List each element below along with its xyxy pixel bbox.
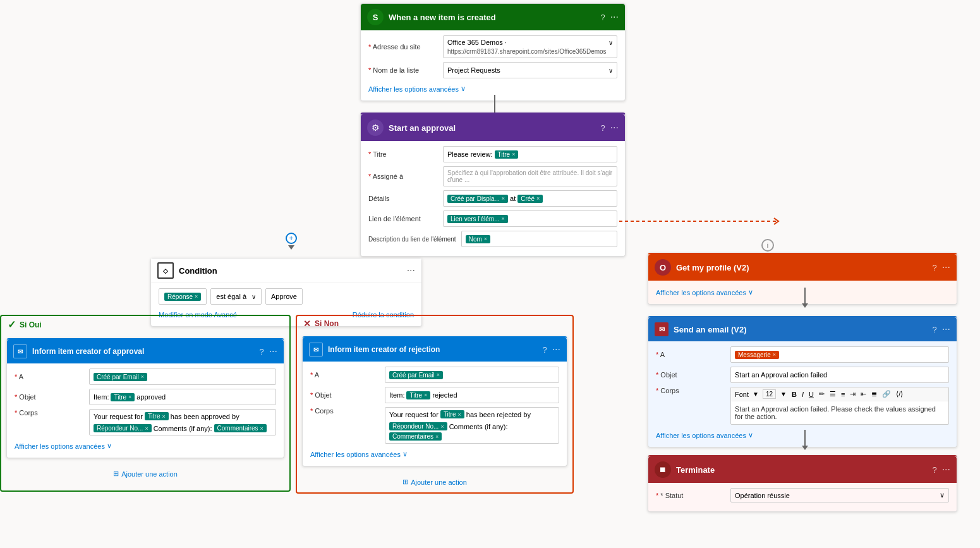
inform-approval-menu-icon[interactable]: ··· <box>269 346 277 356</box>
link-icon[interactable]: 🔗 <box>882 390 891 398</box>
more-icon[interactable]: ⟨/⟩ <box>896 390 903 398</box>
approval-desc-input[interactable]: Nom × <box>461 231 617 247</box>
condition-value[interactable]: Approve <box>265 288 303 305</box>
plus-button[interactable]: + <box>286 233 297 244</box>
pencil-icon[interactable]: ✏ <box>819 390 825 398</box>
italic-button[interactable]: I <box>802 391 804 398</box>
add-action-yes-button[interactable]: ⊞ Ajouter une action <box>113 470 178 478</box>
approval-email-corps-field: Corps Your request for Titre × has been … <box>15 409 276 435</box>
approval-icon: ⚙ <box>367 119 384 136</box>
send-email-card: ✉ Send an email (V2) ? ··· A Messagerie … <box>648 316 957 448</box>
inform-approval-help-icon[interactable]: ? <box>259 347 263 356</box>
indent-icon[interactable]: ⇥ <box>850 390 856 398</box>
approval-title: Start an approval <box>389 123 595 133</box>
x-icon: ✕ <box>303 319 311 329</box>
send-email-help-icon[interactable]: ? <box>932 325 936 334</box>
add-action-icon: ⊞ <box>113 470 119 478</box>
approval-lien-input[interactable]: Lien vers l'élém... × <box>443 210 617 227</box>
trigger-advance-link[interactable]: Afficher les options avancées ∨ <box>368 82 617 95</box>
send-email-icon: ✉ <box>655 322 668 336</box>
get-profile-title: Get my profile (V2) <box>676 263 927 272</box>
titre-tag: Titre × <box>495 150 519 159</box>
font-size-input[interactable]: 12 <box>763 389 776 399</box>
branch-no-container: ✕ Si Non ✉ Inform item creator of reject… <box>296 315 574 494</box>
info-circle-icon: i <box>761 239 774 252</box>
branch-no-add-action: ⊞ Ajouter une action <box>297 472 572 492</box>
get-profile-icon: O <box>655 259 671 276</box>
condition-header: ◇ Condition ··· <box>151 259 421 283</box>
branch-yes-label: Si Oui <box>20 320 42 329</box>
terminate-statut-field: * Statut Opération réussie ∨ <box>656 488 949 502</box>
chevron-down-icon: ∨ <box>402 450 408 458</box>
rejection-email-a-input[interactable]: Créé par Email × <box>385 367 559 383</box>
approval-email-corps-input[interactable]: Your request for Titre × has been approv… <box>89 409 276 435</box>
font-size-dropdown-icon[interactable]: ▼ <box>780 391 787 398</box>
align-icon[interactable]: ≣ <box>871 390 877 398</box>
approval-titre-input[interactable]: Please review: Titre × <box>443 146 617 162</box>
approval-email-advance-link[interactable]: Afficher les options avancées ∨ <box>15 439 276 453</box>
arrow-approval-condition: + <box>286 233 297 250</box>
approval-help-icon[interactable]: ? <box>600 123 605 133</box>
chevron-down-icon: ∨ <box>461 85 466 93</box>
bold-button[interactable]: B <box>792 391 797 398</box>
trigger-help-icon[interactable]: ? <box>600 13 605 22</box>
ul-icon[interactable]: ☰ <box>830 390 836 398</box>
trigger-field-site: Adresse du site Office 365 Demos · ∨ htt… <box>368 35 617 58</box>
reponse-tag: Réponse × <box>164 293 201 301</box>
condition-menu-icon[interactable]: ··· <box>407 265 415 276</box>
trigger-field-list: Nom de la liste Project Requests ∨ <box>368 62 617 78</box>
condition-icon: ◇ <box>157 262 174 279</box>
cree-par-email-tag-yes: Créé par Email × <box>94 373 147 381</box>
approval-details-input[interactable]: Créé par Displa... × at Créé × <box>443 190 617 207</box>
approval-email-a-input[interactable]: Créé par Email × <box>89 368 276 385</box>
approval-field-details: Détails Créé par Displa... × at Créé × <box>368 190 617 207</box>
terminate-menu-icon[interactable]: ··· <box>942 465 950 475</box>
outdent-icon[interactable]: ⇤ <box>861 390 866 398</box>
approval-menu-icon[interactable]: ··· <box>610 123 619 133</box>
trigger-list-input[interactable]: Project Requests ∨ <box>443 62 617 78</box>
chevron-down-icon: ∨ <box>748 431 753 439</box>
add-action-no-button[interactable]: ⊞ Ajouter une action <box>402 478 467 486</box>
underline-button[interactable]: U <box>809 391 814 398</box>
checkmark-icon: ✓ <box>8 319 16 331</box>
ol-icon[interactable]: ≡ <box>841 391 845 398</box>
get-profile-card: O Get my profile (V2) ? ··· Afficher les… <box>648 253 957 305</box>
send-email-a-input[interactable]: Messagerie × <box>730 346 949 363</box>
terminate-icon: ⏹ <box>655 461 671 478</box>
font-label: Font <box>735 391 749 398</box>
font-dropdown-icon[interactable]: ▼ <box>753 391 759 398</box>
branch-yes-header: ✓ Si Oui <box>1 316 289 333</box>
rejection-email-objet-input[interactable]: Item: Titre × rejected <box>385 387 559 403</box>
get-profile-menu-icon[interactable]: ··· <box>942 262 950 272</box>
approval-field-assigned: Assigné à Spécifiez à qui l'approbation … <box>368 166 617 186</box>
get-profile-advance-link[interactable]: Afficher les options avancées ∨ <box>656 286 949 299</box>
titre-corps-tag-no: Titre × <box>440 410 464 418</box>
titre-objet-tag-yes: Titre × <box>111 393 135 401</box>
send-email-advance-link[interactable]: Afficher les options avancées ∨ <box>656 429 949 442</box>
cree-par-tag: Créé par Displa... × <box>447 195 508 203</box>
condition-operator[interactable]: est égal à ∨ <box>210 288 262 305</box>
condition-row: Réponse × est égal à ∨ Approve <box>159 288 414 305</box>
approval-assigned-input[interactable]: Spécifiez à qui l'approbation doit être … <box>443 166 617 186</box>
send-email-menu-icon[interactable]: ··· <box>942 324 950 334</box>
rejection-email-corps-input[interactable]: Your request for Titre × has been reject… <box>385 407 559 444</box>
chevron-down-icon: ∨ <box>251 293 256 300</box>
get-profile-help-icon[interactable]: ? <box>932 263 936 272</box>
rejection-email-advance-link[interactable]: Afficher les options avancées ∨ <box>310 448 559 461</box>
send-email-corps-area[interactable]: Font ▼ 12 ▼ B I U ✏ ☰ ≡ ⇥ ⇤ ≣ 🔗 <box>730 387 949 425</box>
trigger-site-input[interactable]: Office 365 Demos · ∨ https://crm891837.s… <box>443 35 617 58</box>
approval-email-objet-input[interactable]: Item: Titre × approved <box>89 389 276 405</box>
commentaires-tag-yes: Commentaires × <box>214 424 267 432</box>
inform-rejection-menu-icon[interactable]: ··· <box>552 344 560 355</box>
trigger-menu-icon[interactable]: ··· <box>610 12 619 22</box>
terminate-statut-select[interactable]: Opération réussie ∨ <box>730 488 949 502</box>
inform-rejection-title: Inform item creator of rejection <box>328 345 537 354</box>
repondeur-tag-no: Répondeur No... × <box>389 422 447 430</box>
branch-yes-add-action: ⊞ Ajouter une action <box>1 463 289 484</box>
cree-par-email-tag-no: Créé par Email × <box>389 371 443 379</box>
inform-rejection-help-icon[interactable]: ? <box>542 345 547 355</box>
send-email-objet-input[interactable]: Start an Approval action failed <box>730 367 949 383</box>
terminate-help-icon[interactable]: ? <box>932 465 936 475</box>
branch-yes-container: ✓ Si Oui ✉ Inform item creator of approv… <box>0 315 291 492</box>
condition-left-field[interactable]: Réponse × <box>159 288 207 305</box>
